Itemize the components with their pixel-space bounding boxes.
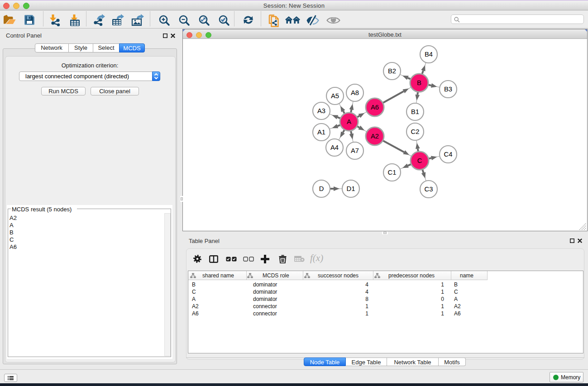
svg-text:A3: A3 — [317, 107, 325, 114]
svg-text:C3: C3 — [425, 186, 433, 193]
svg-text:B3: B3 — [444, 86, 452, 93]
svg-text:B: B — [417, 79, 421, 86]
svg-text:C: C — [417, 157, 422, 164]
svg-text:A5: A5 — [331, 92, 339, 100]
svg-text:D: D — [319, 185, 324, 192]
svg-text:A: A — [347, 118, 351, 125]
svg-text:B1: B1 — [411, 108, 419, 115]
svg-text:C4: C4 — [444, 151, 453, 158]
svg-text:A4: A4 — [330, 144, 339, 151]
svg-text:A8: A8 — [351, 89, 359, 96]
svg-text:D1: D1 — [347, 185, 355, 192]
svg-text:B4: B4 — [425, 51, 433, 58]
svg-text:B2: B2 — [388, 67, 396, 75]
svg-text:A6: A6 — [371, 104, 379, 111]
svg-text:C2: C2 — [411, 128, 420, 135]
svg-text:A7: A7 — [351, 147, 359, 154]
svg-text:C1: C1 — [388, 169, 397, 176]
svg-text:A2: A2 — [371, 133, 379, 140]
svg-text:A1: A1 — [317, 129, 325, 136]
